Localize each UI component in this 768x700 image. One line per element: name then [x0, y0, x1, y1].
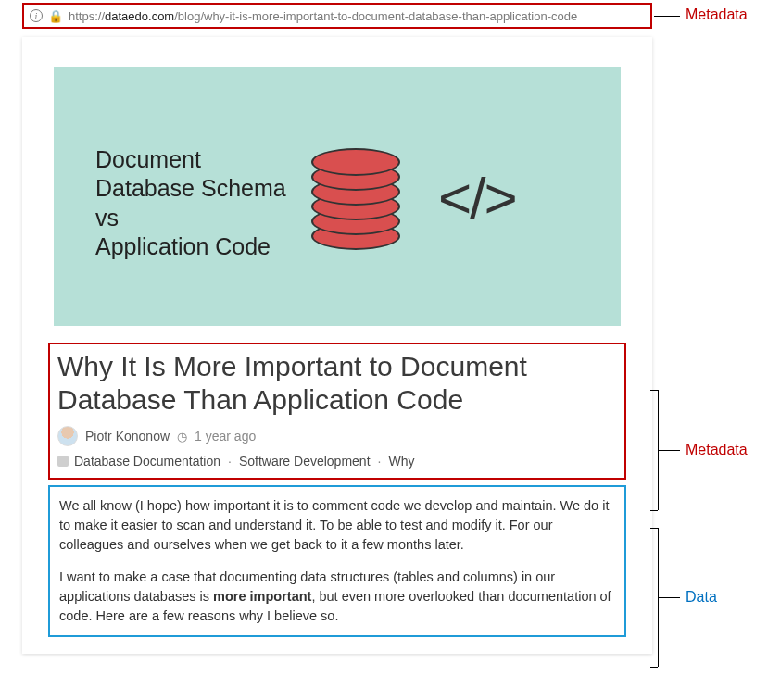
info-icon: i	[30, 9, 43, 22]
tag-icon	[57, 456, 69, 467]
tag-separator: ·	[378, 454, 382, 469]
connector-line	[650, 528, 658, 529]
article-card: Document Database Schema vs Application …	[22, 37, 652, 654]
url-bar[interactable]: i 🔒 https://dataedo.com/blog/why-it-is-m…	[22, 3, 652, 29]
clock-icon: ◷	[177, 430, 187, 444]
author-avatar	[57, 426, 78, 446]
url-prefix: https://	[69, 9, 105, 23]
connector-line	[658, 450, 680, 451]
body-paragraph-2: I want to make a case that documenting d…	[59, 568, 615, 626]
body-p2-bold: more important	[213, 589, 311, 604]
label-metadata-title: Metadata	[686, 442, 748, 458]
tag-separator: ·	[228, 454, 232, 469]
url-path: /blog/why-it-is-more-important-to-docume…	[174, 9, 577, 23]
code-icon: </>	[438, 165, 516, 231]
article-body-block: We all know (I hope) how important it is…	[48, 485, 626, 637]
hero-line2: Database Schema	[95, 174, 286, 203]
posted-time: 1 year ago	[195, 429, 256, 444]
body-paragraph-1: We all know (I hope) how important it is…	[59, 496, 615, 555]
author-name[interactable]: Piotr Kononow	[85, 429, 170, 444]
hero-line4: Application Code	[95, 232, 286, 261]
url-text: https://dataedo.com/blog/why-it-is-more-…	[69, 9, 577, 23]
byline: Piotr Kononow ◷ 1 year ago	[57, 426, 617, 446]
tag-2[interactable]: Software Development	[239, 454, 371, 469]
lock-icon: 🔒	[48, 9, 63, 23]
article-title: Why It Is More Important to Document Dat…	[57, 350, 617, 417]
tag-1[interactable]: Database Documentation	[74, 454, 220, 469]
label-metadata-url: Metadata	[686, 6, 748, 23]
hero-line3: vs	[95, 204, 286, 232]
connector-line	[658, 597, 680, 598]
tags-row: Database Documentation · Software Develo…	[57, 454, 617, 469]
hero-text: Document Database Schema vs Application …	[95, 145, 286, 261]
article-header-block: Why It Is More Important to Document Dat…	[48, 343, 626, 480]
hero-line1: Document	[95, 145, 286, 174]
tag-3[interactable]: Why	[388, 454, 414, 469]
label-data-body: Data	[686, 589, 717, 606]
connector-line	[650, 390, 658, 391]
connector-line	[654, 16, 680, 17]
url-domain: dataedo.com	[105, 9, 174, 23]
hero-banner: Document Database Schema vs Application …	[54, 67, 621, 326]
connector-line	[650, 667, 658, 668]
connector-line	[650, 510, 658, 511]
